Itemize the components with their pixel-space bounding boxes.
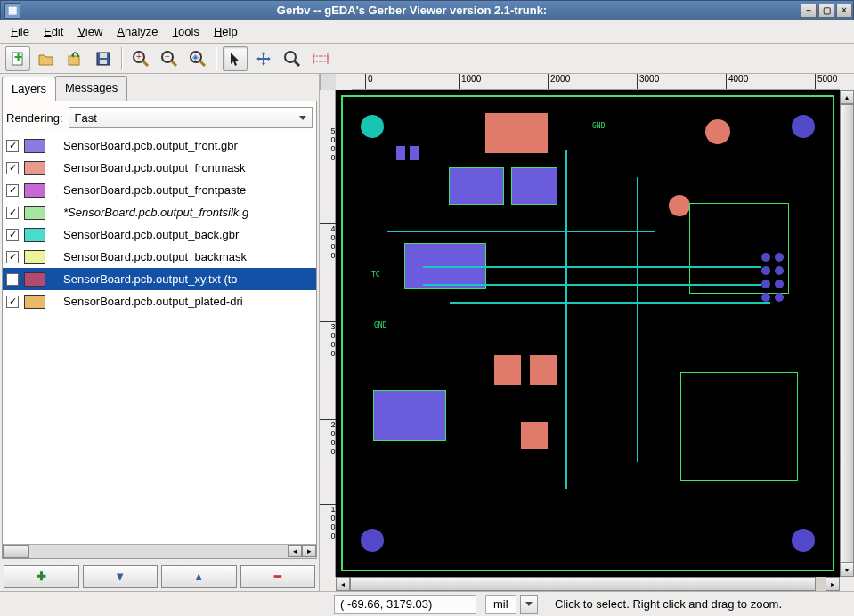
silk-text: GND	[374, 321, 386, 329]
ruler-tick: 0	[365, 74, 373, 90]
layer-name: *SensorBoard.pcb.output_frontsilk.g	[63, 206, 248, 219]
layer-row[interactable]: ✓SensorBoard.pcb.output_plated-dri	[3, 290, 316, 312]
svg-rect-17	[313, 56, 328, 61]
pointer-tool-button[interactable]	[223, 46, 248, 71]
layer-color-swatch[interactable]	[24, 161, 45, 175]
zoom-out-button[interactable]: −	[157, 46, 182, 71]
status-hint: Click to select. Right click and drag to…	[555, 597, 782, 611]
pcb-outline: GND GND TC	[343, 97, 833, 570]
layer-name: SensorBoard.pcb.output_plated-dri	[63, 295, 243, 308]
scroll-right-button[interactable]: ▸	[302, 545, 316, 557]
scroll-left-button[interactable]: ◂	[288, 545, 302, 557]
ruler-horizontal: 01000200030004000500060	[352, 74, 840, 90]
canvas-panel: 01000200030004000500060 5000400030002000…	[320, 74, 854, 591]
layer-visibility-checkbox[interactable]: ✓	[6, 140, 19, 152]
measure-tool-button[interactable]	[308, 46, 333, 71]
layer-name: SensorBoard.pcb.output_frontpaste	[63, 183, 246, 197]
open-button[interactable]	[34, 46, 59, 71]
pcb-canvas[interactable]: GND GND TC	[336, 90, 840, 577]
menu-tools[interactable]: Tools	[166, 22, 207, 41]
scroll-up-button[interactable]: ▴	[840, 90, 854, 104]
layer-color-swatch[interactable]	[24, 206, 45, 220]
layer-visibility-checkbox[interactable]: ✓	[6, 251, 19, 263]
silk-text: TC	[371, 271, 380, 279]
layer-list[interactable]: ✓SensorBoard.pcb.output_front.gbr✓Sensor…	[3, 134, 316, 544]
zoom-out-icon: −	[160, 50, 178, 68]
minimize-button[interactable]: –	[801, 4, 817, 18]
layer-visibility-checkbox[interactable]: ✓	[6, 229, 19, 241]
zoom-tool-button[interactable]	[280, 46, 305, 71]
layer-name: SensorBoard.pcb.output_back.gbr	[63, 228, 239, 241]
layer-row[interactable]: ✓SensorBoard.pcb.output_front.gbr	[3, 134, 316, 157]
triangle-up-icon: ▲	[193, 570, 205, 583]
tab-messages[interactable]: Messages	[55, 76, 127, 101]
layer-list-hscroll[interactable]: ◂ ▸	[3, 544, 316, 558]
ruler-tick: 5000	[815, 74, 837, 90]
layer-row[interactable]: SensorBoard.pcb.output_xy.txt (to	[3, 268, 316, 290]
toolbar-separator	[216, 47, 217, 70]
zoom-in-button[interactable]: +	[128, 46, 153, 71]
layer-remove-button[interactable]: ━	[240, 565, 316, 588]
svg-line-13	[200, 61, 205, 66]
layer-visibility-checkbox[interactable]	[6, 273, 19, 286]
menu-file[interactable]: File	[4, 22, 37, 41]
layer-visibility-checkbox[interactable]: ✓	[6, 296, 19, 308]
layer-row[interactable]: ✓SensorBoard.pcb.output_frontmask	[3, 157, 316, 179]
document-plus-icon: ✚	[10, 51, 26, 67]
minus-icon: ━	[274, 570, 281, 583]
ruler-vertical: 50004000300020001000	[320, 90, 336, 577]
rendering-value: Fast	[75, 111, 97, 125]
window-titlebar: ▦ Gerbv -- gEDA's Gerber Viewer version …	[0, 0, 854, 20]
layer-color-swatch[interactable]	[24, 183, 45, 198]
canvas-vscroll[interactable]: ▴ ▾	[840, 90, 854, 577]
menu-analyze[interactable]: Analyze	[110, 22, 165, 41]
layer-row[interactable]: ✓SensorBoard.pcb.output_frontpaste	[3, 179, 316, 201]
layer-row[interactable]: ✓*SensorBoard.pcb.output_frontsilk.g	[3, 201, 316, 223]
ruler-tick: 3000	[320, 321, 336, 358]
layer-color-swatch[interactable]	[24, 272, 45, 287]
unit-value: mil	[485, 595, 516, 614]
toolbar-separator	[121, 47, 123, 70]
layer-row[interactable]: ✓SensorBoard.pcb.output_backmask	[3, 246, 316, 268]
menu-edit[interactable]: Edit	[37, 22, 70, 41]
tab-layers[interactable]: Layers	[2, 77, 56, 101]
scroll-left-button[interactable]: ◂	[336, 577, 350, 591]
maximize-button[interactable]: ▢	[818, 4, 834, 18]
toolbar: ✚ + − ◈	[0, 44, 854, 74]
canvas-hscroll[interactable]: ◂ ▸	[336, 577, 854, 591]
revert-icon	[66, 51, 84, 67]
menu-help[interactable]: Help	[207, 22, 245, 41]
layer-color-swatch[interactable]	[24, 295, 45, 309]
layer-row[interactable]: ✓SensorBoard.pcb.output_back.gbr	[3, 223, 316, 246]
zoom-fit-button[interactable]: ◈	[185, 46, 210, 71]
ruler-tick: 4000	[726, 74, 748, 90]
ruler-corner	[320, 74, 336, 90]
layer-name: SensorBoard.pcb.output_backmask	[63, 250, 247, 263]
ruler-tick: 5000	[320, 126, 336, 162]
layer-visibility-checkbox[interactable]: ✓	[6, 184, 19, 197]
revert-button[interactable]	[62, 46, 87, 71]
unit-combo-button[interactable]	[520, 595, 538, 614]
ruler-tick: 2000	[320, 419, 336, 456]
pan-tool-button[interactable]	[251, 46, 276, 71]
layer-color-swatch[interactable]	[24, 228, 45, 242]
scroll-down-button[interactable]: ▾	[840, 563, 854, 577]
new-layer-button[interactable]: ✚	[5, 46, 30, 71]
layer-color-swatch[interactable]	[24, 250, 45, 264]
menu-view[interactable]: View	[70, 22, 110, 41]
close-button[interactable]: ×	[836, 4, 852, 18]
zoom-fit-icon: ◈	[189, 50, 207, 68]
layer-visibility-checkbox[interactable]: ✓	[6, 162, 19, 174]
layer-visibility-checkbox[interactable]: ✓	[6, 207, 19, 219]
scroll-right-button[interactable]: ▸	[826, 577, 840, 591]
layer-down-button[interactable]: ▼	[83, 565, 159, 588]
layer-add-button[interactable]: ✚	[4, 565, 79, 588]
layer-color-swatch[interactable]	[24, 139, 45, 153]
svg-text:◈: ◈	[192, 53, 199, 61]
svg-text:−: −	[165, 52, 170, 61]
move-icon	[255, 50, 272, 68]
rendering-combo[interactable]: Fast	[69, 107, 313, 128]
floppy-icon	[95, 51, 111, 67]
layer-up-button[interactable]: ▲	[161, 565, 237, 588]
save-button[interactable]	[91, 46, 116, 71]
